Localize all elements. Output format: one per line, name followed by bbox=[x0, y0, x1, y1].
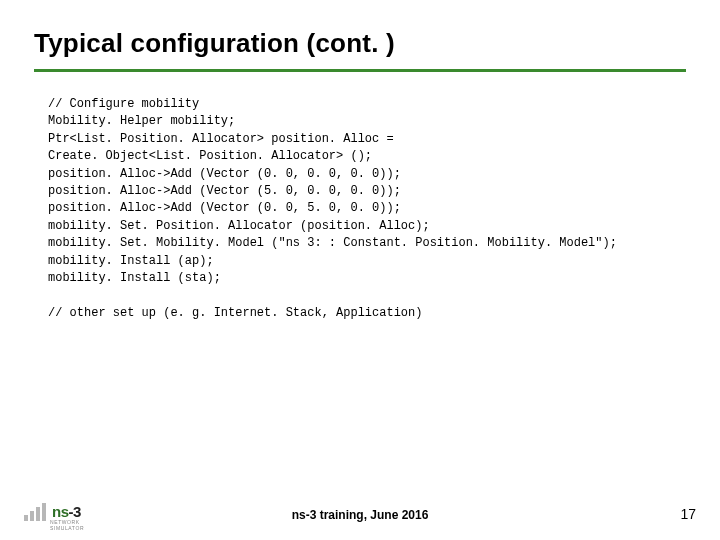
code-line: Ptr<List. Position. Allocator> position.… bbox=[48, 132, 394, 146]
slide-footer: ns-3 NETWORK SIMULATOR ns-3 training, Ju… bbox=[0, 498, 720, 522]
slide: Typical configuration (cont. ) // Config… bbox=[0, 0, 720, 540]
code-line: mobility. Install (sta); bbox=[48, 271, 221, 285]
code-line: mobility. Install (ap); bbox=[48, 254, 214, 268]
code-line: position. Alloc->Add (Vector (0. 0, 0. 0… bbox=[48, 167, 401, 181]
page-number: 17 bbox=[680, 506, 696, 522]
code-block: // Configure mobility Mobility. Helper m… bbox=[48, 96, 686, 322]
code-line: mobility. Set. Mobility. Model ("ns 3: :… bbox=[48, 236, 617, 250]
code-line: Mobility. Helper mobility; bbox=[48, 114, 235, 128]
code-line: // other set up (e. g. Internet. Stack, … bbox=[48, 306, 422, 320]
code-line: position. Alloc->Add (Vector (5. 0, 0. 0… bbox=[48, 184, 401, 198]
footer-caption: ns-3 training, June 2016 bbox=[0, 508, 720, 522]
code-line: mobility. Set. Position. Allocator (posi… bbox=[48, 219, 430, 233]
title-underline bbox=[34, 69, 686, 72]
code-line: position. Alloc->Add (Vector (0. 0, 5. 0… bbox=[48, 201, 401, 215]
code-line: // Configure mobility bbox=[48, 97, 199, 111]
code-line: Create. Object<List. Position. Allocator… bbox=[48, 149, 372, 163]
slide-title: Typical configuration (cont. ) bbox=[34, 28, 686, 59]
